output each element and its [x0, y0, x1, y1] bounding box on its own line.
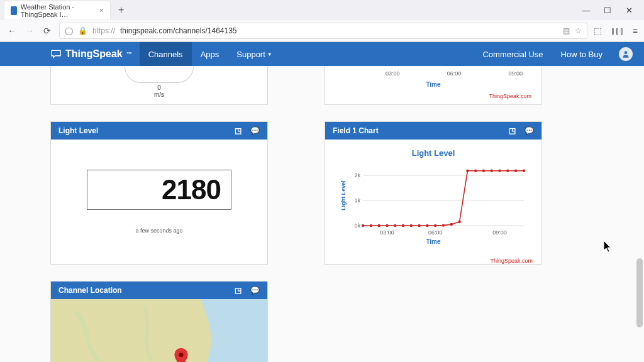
- svg-point-22: [450, 223, 453, 226]
- browser-chrome: Weather Station - ThingSpeak I… × + — ☐ …: [0, 0, 644, 42]
- top-chart-xlabel: Time: [426, 81, 440, 88]
- chart-xlabel: Time: [333, 238, 534, 245]
- thingspeak-navbar: ThingSpeak™ Channels Apps Support▼ Comme…: [0, 42, 644, 66]
- svg-point-25: [474, 170, 477, 172]
- popout-icon[interactable]: ◳: [235, 126, 242, 135]
- brand-tm: ™: [126, 51, 132, 57]
- reload-button[interactable]: ⟳: [42, 26, 53, 36]
- svg-point-29: [506, 170, 509, 172]
- dashboard-row-partial: 0 m/s 03:00 06:00 09:00 Time ThingSpeak.…: [50, 66, 644, 121]
- browser-tab[interactable]: Weather Station - ThingSpeak I… ×: [4, 1, 111, 19]
- pocket-icon[interactable]: ⬚: [594, 26, 602, 36]
- top-chart-ticks: 03:00 06:00 09:00: [386, 70, 523, 77]
- mouse-cursor: [604, 241, 613, 253]
- nav-channels[interactable]: Channels: [140, 42, 192, 66]
- page-viewport: 0 m/s 03:00 06:00 09:00 Time ThingSpeak.…: [0, 66, 644, 362]
- svg-point-24: [466, 170, 469, 172]
- bookmark-icon[interactable]: ☆: [575, 26, 582, 35]
- close-window-button[interactable]: ✕: [624, 6, 634, 15]
- nav-support[interactable]: Support▼: [228, 42, 280, 66]
- svg-point-19: [426, 224, 428, 227]
- url-field[interactable]: ◯ 🔒 https://thingspeak.com/channels/1464…: [59, 23, 587, 39]
- svg-point-23: [458, 221, 460, 223]
- svg-point-26: [482, 170, 485, 172]
- panel-light-level-numeric: Light Level ◳ 💬 2180 a few seconds ago: [50, 121, 268, 265]
- top-chart-attribution: ThingSpeak.com: [489, 93, 531, 99]
- panel-top-chart: 03:00 06:00 09:00 Time ThingSpeak.com: [325, 66, 542, 105]
- brand-text: ThingSpeak: [65, 48, 123, 60]
- map-canvas[interactable]: Katoomba: [51, 299, 267, 362]
- panel-title: Field 1 Chart: [333, 126, 379, 135]
- tab-strip: Weather Station - ThingSpeak I… × + — ☐ …: [0, 0, 644, 20]
- minimize-button[interactable]: —: [581, 6, 591, 15]
- close-tab-icon[interactable]: ×: [99, 6, 104, 15]
- maximize-button[interactable]: ☐: [602, 6, 613, 15]
- library-icon[interactable]: ⫿⫿⫿: [611, 26, 624, 36]
- svg-point-17: [410, 224, 413, 227]
- window-controls: — ☐ ✕: [581, 6, 640, 15]
- comment-icon[interactable]: 💬: [250, 126, 260, 135]
- chart-attribution: ThingSpeak.com: [490, 258, 533, 264]
- panel-title: Light Level: [58, 126, 98, 135]
- map-pin-icon: [174, 348, 188, 362]
- svg-point-20: [434, 224, 436, 227]
- panel-field1-chart: Field 1 Chart ◳ 💬 Light Level 0k1k2kLigh…: [325, 121, 542, 265]
- address-bar: ← → ⟳ ◯ 🔒 https://thingspeak.com/channel…: [0, 20, 644, 41]
- svg-point-32: [179, 353, 183, 357]
- svg-text:09:00: 09:00: [492, 229, 507, 236]
- map-terrain: [51, 299, 267, 362]
- svg-text:06:00: 06:00: [428, 229, 443, 236]
- nav-how-to-buy[interactable]: How to Buy: [552, 42, 611, 66]
- svg-point-27: [491, 170, 493, 172]
- lock-icon: 🔒: [78, 26, 87, 35]
- toolbar-right: ⬚ ⫿⫿⫿ ≡: [594, 26, 638, 36]
- line-chart[interactable]: 0k1k2kLight Level03:0006:0009:00: [339, 162, 528, 237]
- tab-title: Weather Station - ThingSpeak I…: [21, 3, 93, 18]
- dashboard-row-main: Light Level ◳ 💬 2180 a few seconds ago F…: [50, 121, 644, 281]
- popout-icon[interactable]: ◳: [235, 286, 242, 295]
- svg-text:1k: 1k: [354, 197, 360, 204]
- dashboard-content: 0 m/s 03:00 06:00 09:00 Time ThingSpeak.…: [0, 66, 644, 362]
- gauge-unit: m/s: [154, 91, 164, 98]
- svg-point-12: [370, 224, 372, 227]
- comment-icon[interactable]: 💬: [525, 126, 534, 135]
- svg-point-28: [498, 170, 501, 172]
- chart-title: Light Level: [333, 148, 534, 158]
- url-protocol: https://: [92, 26, 115, 35]
- comment-icon[interactable]: 💬: [250, 286, 260, 295]
- numeric-display-box: 2180: [87, 170, 231, 210]
- new-tab-button[interactable]: +: [114, 3, 128, 17]
- svg-point-14: [386, 224, 388, 227]
- gauge-value: 0: [157, 84, 161, 91]
- forward-button[interactable]: →: [24, 26, 35, 36]
- shield-icon: ◯: [65, 26, 73, 35]
- vertical-scrollbar[interactable]: [636, 258, 643, 327]
- svg-point-11: [362, 224, 364, 227]
- person-icon: [621, 50, 630, 58]
- chevron-down-icon: ▼: [267, 52, 272, 57]
- dashboard-row-map: Channel Location ◳ 💬 Katoomba: [50, 281, 644, 362]
- brand-logo[interactable]: ThingSpeak™: [50, 42, 140, 66]
- svg-point-0: [625, 51, 628, 54]
- speech-bubble-icon: [50, 50, 62, 58]
- numeric-timestamp: a few seconds ago: [135, 228, 182, 234]
- nav-apps[interactable]: Apps: [192, 42, 228, 66]
- svg-text:03:00: 03:00: [380, 229, 394, 236]
- popout-icon[interactable]: ◳: [509, 126, 516, 135]
- panel-channel-location: Channel Location ◳ 💬 Katoomba: [50, 281, 268, 362]
- back-button[interactable]: ←: [6, 26, 18, 36]
- gauge-arc: [125, 67, 194, 83]
- panel-title: Channel Location: [58, 286, 122, 295]
- account-avatar[interactable]: [619, 47, 633, 61]
- panel-wind-gauge: 0 m/s: [50, 66, 268, 105]
- svg-point-31: [523, 170, 525, 172]
- favicon-icon: [11, 6, 17, 15]
- nav-commercial-use[interactable]: Commercial Use: [474, 42, 552, 66]
- svg-text:2k: 2k: [354, 172, 360, 178]
- svg-text:Light Level: Light Level: [340, 180, 347, 211]
- svg-point-16: [402, 224, 404, 227]
- menu-icon[interactable]: ≡: [633, 26, 638, 36]
- reader-icon[interactable]: ▤: [563, 26, 570, 35]
- svg-point-21: [442, 224, 445, 226]
- svg-point-13: [377, 224, 380, 227]
